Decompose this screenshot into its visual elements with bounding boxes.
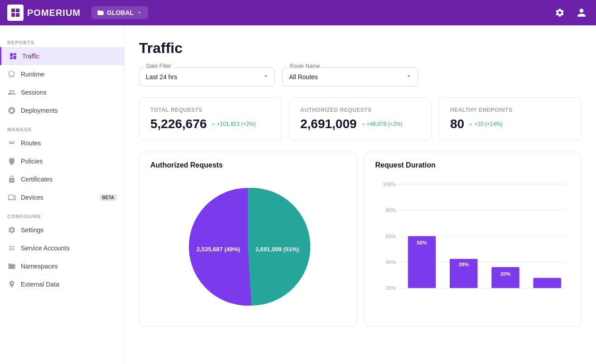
sidebar: REPORTS Traffic Runtime Sessions Deploym… <box>0 25 125 364</box>
svg-text:HTTP: HTTP <box>9 140 15 143</box>
user-icon <box>577 8 586 18</box>
env-selector[interactable]: GLOBAL <box>91 6 148 19</box>
svg-text:40%: 40% <box>385 259 396 265</box>
sidebar-item-deployments-label: Deployments <box>21 107 58 114</box>
sidebar-item-namespaces-label: Namespaces <box>21 263 58 270</box>
settings-button[interactable] <box>553 5 567 20</box>
authorized-requests-chart-title: Authorized Requests <box>150 161 346 169</box>
request-duration-chart-card: Request Duration 100% 80% 60% 40% 20% <box>364 152 582 326</box>
svg-text:20%: 20% <box>500 271 510 277</box>
date-filter-label: Date Filter <box>144 63 173 69</box>
up-arrow-icon-3 <box>468 121 473 127</box>
sidebar-item-namespaces[interactable]: Namespaces <box>0 257 124 275</box>
authorized-requests-chart-card: Authorized Requests <box>139 152 357 326</box>
pie-slice1-label: 2,535,687 (49%) <box>197 246 240 253</box>
logo: POMERIUM <box>7 5 81 21</box>
sidebar-item-sessions-label: Sessions <box>21 89 47 96</box>
sidebar-item-runtime-label: Runtime <box>21 71 44 78</box>
sidebar-item-certificates-label: Certificates <box>21 176 53 183</box>
logo-icon <box>7 5 24 21</box>
request-duration-chart-title: Request Duration <box>375 161 571 169</box>
topnav-left: POMERIUM GLOBAL <box>7 5 148 21</box>
pie-chart-svg: 2,535,687 (49%) 2,691,009 (51%) <box>180 179 316 315</box>
sidebar-item-devices-label: Devices <box>21 194 43 201</box>
policies-icon <box>7 157 16 166</box>
sidebar-item-devices[interactable]: Devices BETA <box>0 188 124 206</box>
manage-section-label: MANAGE <box>0 123 124 134</box>
svg-text:60%: 60% <box>385 234 396 239</box>
authorized-requests-value-row: 2,691,009 +48,078 (+2%) <box>300 117 420 131</box>
sidebar-item-sessions[interactable]: Sessions <box>0 83 124 101</box>
charts-row: Authorized Requests <box>139 152 582 326</box>
runtime-icon <box>7 70 16 79</box>
sidebar-item-settings[interactable]: Settings <box>0 221 124 239</box>
total-requests-value: 5,226,676 <box>150 117 207 131</box>
sidebar-item-routes[interactable]: HTTP Routes <box>0 134 124 152</box>
bar-3 <box>491 267 519 288</box>
sidebar-item-policies[interactable]: Policies <box>0 152 124 170</box>
main-content: Traffic Date Filter Last 24 hrs Last 7 d… <box>125 25 596 364</box>
certificates-icon <box>7 175 16 184</box>
authorized-requests-label: AUTHORIZED REQUESTS <box>300 107 420 113</box>
service-accounts-icon <box>7 244 16 253</box>
app-name: POMERIUM <box>27 8 81 18</box>
user-button[interactable] <box>574 5 589 20</box>
stats-row: TOTAL REQUESTS 5,226,676 +101,813 (+2%) … <box>139 97 582 141</box>
healthy-endpoints-value-row: 80 +10 (+14%) <box>450 117 570 131</box>
authorized-requests-delta: +48,078 (+2%) <box>360 121 403 127</box>
svg-text:20%: 20% <box>385 285 396 291</box>
healthy-endpoints-delta: +10 (+14%) <box>468 121 503 127</box>
sidebar-item-service-accounts[interactable]: Service Accounts <box>0 239 124 257</box>
svg-text:28%: 28% <box>458 262 469 267</box>
sidebar-item-traffic[interactable]: Traffic <box>0 47 124 65</box>
healthy-endpoints-card: HEALTHY ENDPOINTS 80 +10 (+14%) <box>439 97 582 141</box>
sidebar-item-policies-label: Policies <box>21 158 43 165</box>
up-arrow-icon <box>211 121 216 127</box>
total-requests-delta: +101,813 (+2%) <box>211 121 256 127</box>
folder-icon <box>97 9 104 16</box>
bar-chart-container: 100% 80% 60% 40% 20% 50% <box>375 177 571 317</box>
reports-section-label: REPORTS <box>0 36 124 47</box>
topnav: POMERIUM GLOBAL <box>0 0 596 25</box>
pie-chart-container: 2,535,687 (49%) 2,691,009 (51%) <box>150 177 346 317</box>
env-label: GLOBAL <box>107 9 134 16</box>
up-arrow-icon-2 <box>360 121 366 127</box>
authorized-requests-value: 2,691,009 <box>300 117 357 131</box>
traffic-icon <box>9 52 18 61</box>
sessions-icon <box>7 88 16 97</box>
filters-row: Date Filter Last 24 hrs Last 7 days Last… <box>139 67 582 86</box>
env-chevron-icon <box>136 10 143 16</box>
sidebar-item-routes-label: Routes <box>21 139 41 147</box>
total-requests-label: TOTAL REQUESTS <box>150 107 270 113</box>
total-requests-value-row: 5,226,676 +101,813 (+2%) <box>150 117 270 131</box>
app-body: REPORTS Traffic Runtime Sessions Deploym… <box>0 25 596 364</box>
settings-nav-icon <box>7 225 16 235</box>
topnav-right <box>553 5 589 20</box>
sidebar-item-deployments[interactable]: Deployments <box>0 101 124 120</box>
sidebar-item-runtime[interactable]: Runtime <box>0 65 124 83</box>
external-data-icon <box>7 280 16 289</box>
devices-icon <box>7 193 16 202</box>
route-name-filter-group: Route Name All Routes <box>282 67 418 86</box>
deployments-icon <box>7 106 16 115</box>
total-requests-card: TOTAL REQUESTS 5,226,676 +101,813 (+2%) <box>139 97 282 141</box>
date-filter-group: Date Filter Last 24 hrs Last 7 days Last… <box>139 67 275 86</box>
sidebar-item-external-data[interactable]: External Data <box>0 275 124 293</box>
page-title: Traffic <box>139 40 582 57</box>
namespaces-icon <box>7 262 16 271</box>
route-name-filter-select[interactable]: All Routes <box>282 67 418 86</box>
configure-section-label: CONFIGURE <box>0 210 124 221</box>
bar-4 <box>533 278 561 288</box>
route-name-filter-label: Route Name <box>288 63 322 69</box>
sidebar-item-external-data-label: External Data <box>21 281 59 288</box>
sidebar-item-certificates[interactable]: Certificates <box>0 170 124 188</box>
sidebar-item-settings-label: Settings <box>21 226 44 234</box>
healthy-endpoints-value: 80 <box>450 117 464 131</box>
devices-beta-badge: BETA <box>100 194 117 201</box>
gear-icon <box>555 8 565 18</box>
pie-slice2-label: 2,691,009 (51%) <box>255 246 299 253</box>
bar-chart-svg: 100% 80% 60% 40% 20% 50% <box>375 177 571 317</box>
sidebar-item-traffic-label: Traffic <box>22 53 39 60</box>
date-filter-select[interactable]: Last 24 hrs Last 7 days Last 30 days <box>139 67 275 86</box>
healthy-endpoints-label: HEALTHY ENDPOINTS <box>450 107 570 113</box>
